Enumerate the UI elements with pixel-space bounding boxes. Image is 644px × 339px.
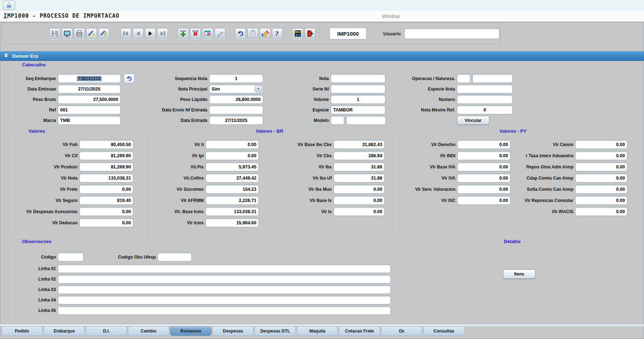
vincular-button[interactable]: Vincular [457, 116, 489, 125]
vlr-base-ibs-cbs-field[interactable]: 31,882.43 [334, 140, 385, 149]
edit-help-icon[interactable]: ? [86, 28, 97, 39]
print-icon[interactable] [74, 28, 85, 39]
vlr-cbs-field[interactable]: 286.94 [334, 151, 385, 160]
vlr-afrmm-field[interactable]: 2,226.71 [206, 196, 259, 205]
modelo-field-2[interactable] [346, 116, 386, 125]
linha-03-field[interactable] [58, 285, 391, 294]
vlr-frete-label: Vlr Frete [9, 185, 78, 194]
delete-record-icon[interactable] [190, 28, 201, 39]
data-entrada-field[interactable]: 27/11/2025 [209, 116, 263, 125]
linha-01-field[interactable] [58, 264, 391, 273]
tab-cambio[interactable]: Cambio [128, 326, 169, 336]
vlr-cofins-field[interactable]: 27,449.42 [206, 173, 259, 182]
sequencia-nota-field[interactable]: 1 [209, 74, 263, 83]
vlr-iva-field[interactable]: 0.00 [457, 173, 511, 182]
commit-icon[interactable] [260, 28, 270, 39]
tab-romaneio[interactable]: Romaneio [170, 326, 211, 336]
vlr-canon-field[interactable]: 0.00 [575, 140, 627, 149]
java-app-button[interactable] [3, 1, 15, 10]
modelo-field-1[interactable] [331, 116, 344, 125]
query-icon[interactable] [202, 28, 213, 39]
vlr-ipi-field[interactable]: 0.00 [206, 151, 259, 160]
linha-02-field[interactable] [58, 275, 391, 283]
vlr-ii-field[interactable]: 0.00 [206, 140, 259, 149]
vlr-indi-field[interactable]: 0.00 [457, 151, 511, 160]
field-row: Data Emissao27/11/2025 [2, 84, 134, 93]
data-emissao-field[interactable]: 27/11/2025 [58, 84, 121, 93]
vlr-base-icms-field[interactable]: 133,038.31 [206, 207, 259, 216]
tab-embarque[interactable]: Embarque [44, 326, 85, 336]
exit-icon[interactable] [305, 28, 316, 39]
especie-field[interactable]: TAMBOR [331, 105, 385, 114]
undo-icon[interactable] [235, 28, 246, 39]
vlr-ibs-field[interactable]: 31.88 [334, 162, 385, 171]
tab-consultas[interactable]: Consultas [423, 326, 464, 336]
edit-run-icon[interactable] [98, 28, 109, 39]
vlr-despesas-acessorias-field[interactable]: 0.00 [79, 207, 133, 216]
vlr-frete-field[interactable]: 0.00 [79, 185, 133, 194]
r-tasa-interv-aduaneira-field[interactable]: 0.00 [575, 151, 627, 160]
linha-05-field[interactable] [58, 306, 391, 315]
add-record-icon[interactable] [178, 28, 189, 39]
data-envio-nf-entrada-field[interactable] [209, 105, 263, 114]
vlr-deducao-field[interactable]: 0.00 [79, 218, 133, 227]
operacao-natureza-field-2[interactable] [472, 74, 513, 83]
tab-despesas-dtl[interactable]: Despesas DTL [255, 326, 296, 336]
vlr-reposicao-consular-field[interactable]: 0.00 [575, 196, 627, 205]
numero-field[interactable] [457, 95, 513, 104]
vlr-serv-valoracion-field[interactable]: 0.00 [457, 185, 511, 194]
nota-mestre-ref-field[interactable]: 0 [457, 105, 513, 114]
vlr-iracis-field[interactable]: 0.00 [575, 207, 627, 216]
vlr-pis-field[interactable]: 5,973.45 [206, 162, 259, 171]
tab-cotacao-frete[interactable]: Cotacao Frete [339, 326, 380, 336]
vlr-cif-field[interactable]: 81,269.90 [79, 151, 133, 160]
vlr-isc-field[interactable]: 0.00 [457, 196, 511, 205]
especie-nota-field[interactable] [457, 84, 513, 93]
c-digo-field[interactable] [58, 252, 84, 261]
module-code-box[interactable]: IMP1000 [330, 28, 366, 39]
ref-field[interactable]: 001 [58, 105, 121, 114]
vlr-fob-field[interactable]: 80,450.50 [79, 140, 133, 149]
repos-gtos-adm-annp-field[interactable]: 0.00 [575, 162, 627, 171]
peso-bruto-field[interactable]: 27,500.0000 [58, 95, 121, 104]
vlr-is-field[interactable]: 0.00 [334, 207, 385, 216]
cdap-comis-can-annp-field[interactable]: 0.00 [575, 173, 627, 182]
screen-icon[interactable] [62, 28, 72, 39]
vlr-seguro-field[interactable]: 819.40 [79, 196, 133, 205]
help-icon[interactable]: ? [272, 28, 283, 39]
vlr-nota-field[interactable]: 133,038.31 [79, 173, 133, 182]
menu-window[interactable]: Window [382, 13, 400, 19]
observacoes-group-title: Observacoes [20, 239, 54, 244]
vlr-derecho-field[interactable]: 0.00 [457, 140, 511, 149]
linha-04-field[interactable] [58, 296, 391, 304]
seq-embarque-field[interactable]: 738241233 [58, 74, 121, 83]
tab-oc[interactable]: Oc [381, 326, 422, 336]
vlr-base-is-field[interactable]: 0.00 [334, 196, 385, 205]
sofia-comis-can-annp-field[interactable]: 0.00 [575, 185, 627, 194]
marca-field[interactable]: TMB [58, 116, 121, 125]
operacao-natureza-field-1[interactable] [457, 74, 471, 83]
usuario-input[interactable] [404, 28, 499, 39]
menu-icon[interactable]: Menu [292, 28, 303, 39]
tab-despesas[interactable]: Despesas [212, 326, 253, 336]
volume-field[interactable]: 1 [331, 95, 385, 104]
undo-field-button[interactable] [124, 74, 134, 83]
vlr-ibs-uf-field[interactable]: 31.88 [334, 173, 385, 182]
itens-button[interactable]: Itens [503, 269, 535, 279]
serie-nf-field[interactable] [331, 84, 385, 93]
vlr-base-iva-field[interactable]: 0.00 [457, 162, 511, 171]
tab-d-i[interactable]: D.I. [86, 326, 127, 336]
tab-pedido[interactable]: Pedido [1, 326, 43, 336]
field-row: Peso Liquido26,800.0000 [139, 95, 263, 104]
nota-field[interactable] [331, 74, 385, 83]
chevron-down-icon[interactable]: ▼ [255, 85, 262, 92]
peso-liquido-field[interactable]: 26,800.0000 [209, 95, 263, 104]
nav-next-icon[interactable] [145, 28, 156, 39]
tab-maquila[interactable]: Maquila [297, 326, 338, 336]
vlr-icms-field[interactable]: 15,964.60 [206, 218, 259, 227]
vlr-ibs-mun-field[interactable]: 0.00 [334, 185, 385, 194]
vlr-produto-field[interactable]: 81,269.90 [79, 162, 133, 171]
nota-principal-field[interactable]: Sim▼ [209, 84, 263, 93]
vlr-siscomex-field[interactable]: 154.23 [206, 185, 259, 194]
codigo-obs-ufesp-field[interactable] [158, 252, 192, 261]
